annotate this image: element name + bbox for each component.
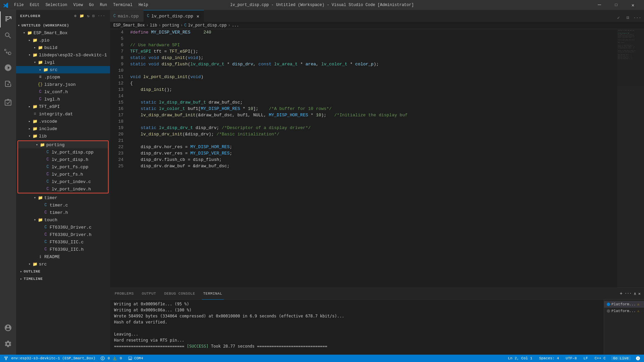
code-line-13: disp_init(); [130,86,614,93]
tree-integrity[interactable]: ≡ integrity.dat [16,110,110,118]
tree-ft6336u-driver-c[interactable]: C FT6336U_Driver.c [16,224,110,231]
collapse-icon[interactable]: ⊟ [92,13,96,19]
add-terminal-icon[interactable]: + [620,291,623,296]
tree-build[interactable]: ▸ 📁 build [16,44,110,51]
terminal-instance-2[interactable]: Platform... ⚠ [604,308,644,314]
close-button[interactable]: ✕ [625,0,641,10]
activity-explorer[interactable] [0,11,16,27]
timeline-section[interactable]: ▸ TIMELINE [16,275,110,283]
status-branch[interactable]: env:esp32-s3-devkitc-1 (ESP_Smart_Box) [3,356,97,360]
more-icon[interactable]: ··· [97,13,106,19]
tree-timer-h[interactable]: C timer.h [16,209,110,216]
refresh-icon[interactable]: ↻ [87,13,91,19]
checkmark-icon[interactable]: ✓ [614,14,623,22]
tree-lvgl[interactable]: ▾ 📁 lvgl [16,59,110,66]
maximize-button[interactable]: □ [608,0,624,10]
status-eol[interactable]: LF [582,356,589,360]
menu-terminal[interactable]: Terminal [110,1,135,9]
minimize-button[interactable]: ─ [592,0,607,10]
tab-close-icon[interactable]: ✕ [195,13,201,19]
new-file-icon[interactable]: ⊕ [73,13,77,19]
menu-go[interactable]: Go [86,1,96,9]
menu-help[interactable]: Help [136,1,151,9]
tab-main-cpp[interactable]: C main.cpp [110,10,144,22]
tab-terminal[interactable]: TERMINAL [202,288,224,300]
tree-ft6336u-iic-c[interactable]: C FT6336U_IIC.c [16,238,110,246]
status-position[interactable]: Ln 2, Col 1 [507,356,534,360]
tree-src-bottom[interactable]: ▾ 📁 src [16,260,110,268]
tree-lv-conf-h[interactable]: C lv_conf.h [16,88,110,96]
breadcrumb-item[interactable]: porting [162,23,179,28]
activity-run-debug[interactable] [0,60,16,76]
tree-porting[interactable]: ▾ 📁 porting [18,141,108,148]
more-actions-icon[interactable]: ··· [633,14,641,22]
tree-touch[interactable]: ▾ 📁 touch [16,216,110,224]
tree-include[interactable]: ▸ 📁 include [16,125,110,132]
more-terminal-icon[interactable]: ··· [625,291,632,296]
close-panel-icon[interactable]: ✕ [638,291,641,296]
activity-search[interactable] [0,27,16,44]
tree-library-json[interactable]: {} library.json [16,81,110,88]
tree-libdeps[interactable]: ▾ 📁 libdeps\esp32-s3-devkitc-1 [16,51,110,59]
folder-icon: 📁 [43,67,48,72]
tree-timer-c[interactable]: C timer.c [16,201,110,209]
terminal-output[interactable]: Writing at 0x00096f1e... (95 %) Writing … [110,300,604,355]
breadcrumb-item[interactable]: ESP_Smart_Box [113,23,145,28]
menu-view[interactable]: View [70,1,86,9]
status-remote[interactable] [635,356,641,360]
tree-pio[interactable]: ▸ 📁 .pio [16,37,110,44]
tree-tft-espi[interactable]: ▸ 📁 TFT_eSPI [16,103,110,110]
tree-ft6336u-driver-h[interactable]: C FT6336U_Driver.h [16,231,110,238]
tree-vscode[interactable]: ▸ 📁 .vscode [16,118,110,125]
menu-run[interactable]: Run [97,1,110,9]
terminal-instance-1[interactable]: Platform... ⚠ [604,301,644,308]
activity-extensions[interactable] [0,76,16,92]
status-encoding[interactable]: UTF-8 [565,356,578,360]
status-errors[interactable]: 0 0 [99,356,124,360]
tree-lib[interactable]: ▾ 📁 lib [16,132,110,140]
tree-lv-port-fs-cpp[interactable]: C lv_port_fs.cpp [18,163,108,171]
menu-file[interactable]: File [11,1,26,9]
toggle-panel-icon[interactable]: ∧ [634,291,636,296]
menu-selection[interactable]: Selection [43,1,70,9]
status-com[interactable]: COM4 [127,356,145,360]
tree-lv-port-fs-h[interactable]: C lv_port_fs.h [18,171,108,178]
tree-src-selected[interactable]: ▸ 📁 src [16,66,110,73]
tab-problems[interactable]: PROBLEMS [113,288,135,300]
status-language[interactable]: C++ C [593,356,607,360]
activity-source-control[interactable] [0,44,16,60]
activity-testing[interactable] [0,95,16,111]
tree-lv-port-disp-cpp[interactable]: C lv_port_disp.cpp [18,148,108,156]
tab-lv-port-disp-cpp[interactable]: C lv_port_disp.cpp ✕ [144,10,204,22]
sidebar: EXPLORER ⊕ 📁 ↻ ⊟ ··· ▾ UNTITLED (WORKSPA… [16,10,110,355]
new-folder-icon[interactable]: 📁 [79,13,85,19]
status-golive[interactable]: Go Live [611,356,631,360]
tree-lv-port-indev-h[interactable]: C lv_port_indev.h [18,185,108,193]
tree-esp-smart-box[interactable]: ▾ 📁 ESP_Smart_Box [16,29,110,37]
tree-readme[interactable]: ℹ README [16,253,110,260]
panel-tab-actions: + ··· ∧ ✕ [620,291,641,296]
outline-section[interactable]: ▸ OUTLINE [16,268,110,275]
folder-icon: 📁 [32,119,38,124]
tree-label: UNTITLED (WORKSPACE) [21,23,69,27]
code-line-9: static void disp_flush(lv_disp_drv_t * d… [130,61,614,67]
tree-workspace[interactable]: ▾ UNTITLED (WORKSPACE) [16,22,110,29]
tree-lvgl-h[interactable]: C lvgl.h [16,96,110,103]
tree-lv-port-indev-c[interactable]: C lv_port_indev.c [18,178,108,185]
tree-lv-port-disp-h[interactable]: C lv_port_disp.h [18,156,108,163]
tree-timer[interactable]: ▾ 📁 timer [16,194,110,201]
tab-debug-console[interactable]: DEBUG CONSOLE [163,288,196,300]
code-editor[interactable]: 4 5 6 7 8 9 10 11 12 13 14 15 16 17 [110,29,617,288]
split-editor-icon[interactable]: ⊡ [624,14,632,22]
breadcrumb-item[interactable]: lib [150,23,157,28]
tree-piopm[interactable]: ≡ .piopm [16,73,110,81]
status-spaces[interactable]: Spaces: 4 [538,356,560,360]
tab-output[interactable]: OUTPUT [141,288,158,300]
breadcrumb-item[interactable]: ... [232,23,239,28]
activity-account[interactable] [0,320,16,336]
tree-ft6336u-iic-h[interactable]: C FT6336U_IIC.h [16,246,110,253]
code-content[interactable]: #define MY_DISP_VER_RES 240 // Use hardw… [127,29,617,288]
breadcrumb-item[interactable]: lv_port_disp.cpp [188,23,226,28]
activity-settings[interactable] [0,336,16,352]
menu-edit[interactable]: Edit [27,1,42,9]
